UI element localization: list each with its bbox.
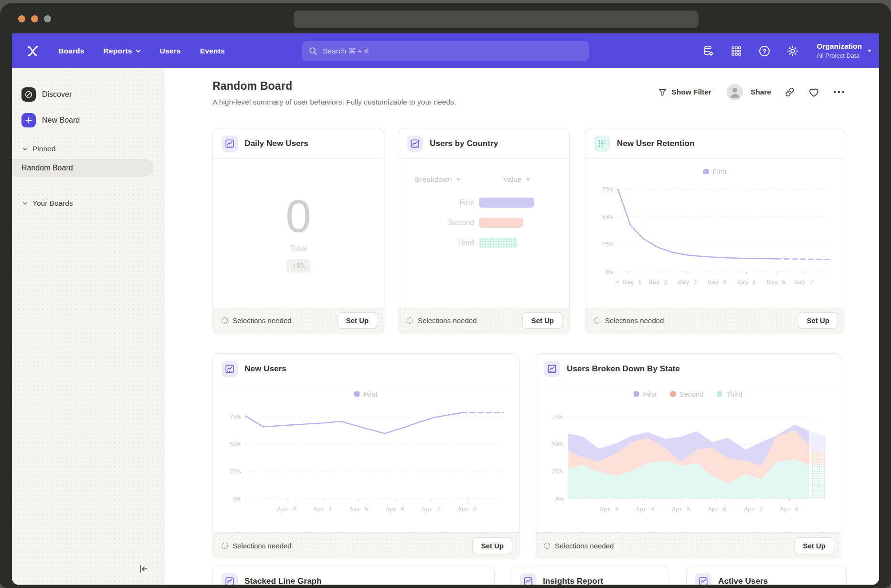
y-axis-label: 0%: [233, 495, 241, 503]
search-icon: [309, 47, 318, 55]
share-button[interactable]: Share: [751, 88, 771, 96]
chevron-down-icon: [526, 178, 530, 181]
nav-item-boards-label: Boards: [58, 47, 85, 55]
footer-status-label: Selections needed: [418, 316, 477, 325]
org-project: All Project Data: [817, 52, 862, 60]
chevron-down-icon: [868, 50, 871, 52]
legend-item: First: [634, 390, 657, 398]
card-stacked-line-graph: Stacked Line Graph: [212, 566, 495, 585]
org-switcher[interactable]: Organization All Project Data: [817, 42, 871, 60]
set-up-button[interactable]: Set Up: [794, 537, 834, 554]
set-up-button[interactable]: Set Up: [472, 537, 512, 554]
value-dropdown[interactable]: Value: [503, 175, 530, 184]
sidebar-item-label: New Board: [42, 116, 80, 125]
collapse-left-icon: [138, 564, 148, 574]
card-title: New Users: [244, 364, 286, 374]
close-button[interactable]: [18, 15, 25, 22]
x-axis-label: Apr 3: [277, 505, 296, 513]
search-placeholder: Search ⌘ + K: [323, 47, 369, 55]
org-text: Organization All Project Data: [817, 42, 862, 60]
legend-item: Third: [717, 390, 742, 398]
address-bar[interactable]: [294, 10, 699, 28]
footer-status-label: Selections needed: [605, 316, 664, 325]
x-axis-label: Apr 6: [708, 505, 727, 513]
copy-link-button[interactable]: [785, 87, 795, 97]
line-chart-icon: [695, 573, 711, 585]
avatar[interactable]: [727, 84, 743, 100]
sidebar-section-pinned[interactable]: Pinned: [12, 141, 55, 157]
sidebar-item-label: Random Board: [21, 164, 73, 172]
top-nav: Boards Reports Users Events: [12, 33, 879, 68]
chart-legend: First: [585, 168, 845, 176]
zoom-button[interactable]: [44, 15, 51, 22]
nav-item-reports[interactable]: Reports: [104, 47, 141, 55]
x-axis-label: Apr 3: [600, 505, 618, 513]
legend-label: First: [363, 390, 377, 398]
help-icon[interactable]: ?: [758, 45, 771, 57]
forecast-band: [810, 436, 826, 451]
card-footer: Selections needed Set Up: [213, 532, 519, 559]
legend-item: First: [703, 168, 726, 176]
set-up-button[interactable]: Set Up: [798, 312, 838, 329]
footer-status: Selections needed: [222, 542, 291, 550]
nav-item-events[interactable]: Events: [200, 47, 225, 55]
card-new-users: New Users First 75%50%25%0%Apr 3Apr 4Apr…: [212, 353, 520, 559]
search-input[interactable]: Search ⌘ + K: [302, 41, 589, 61]
sidebar-item-discover[interactable]: Discover: [12, 84, 72, 105]
sidebar-section-your-boards[interactable]: Your Boards: [12, 195, 73, 211]
status-circle-icon: [544, 543, 550, 549]
minimize-button[interactable]: [31, 15, 38, 22]
country-row-label: Second: [398, 219, 474, 227]
footer-status: Selections needed: [594, 316, 664, 325]
show-filter-button[interactable]: Show Filter: [658, 88, 711, 97]
chevron-down-icon: [22, 201, 28, 205]
line-chart-icon: [222, 573, 238, 585]
chevron-down-icon: [456, 178, 460, 181]
card-daily-new-users: Daily New Users 0 Total ↑0% Selections n…: [212, 128, 384, 334]
mixpanel-logo[interactable]: [26, 44, 39, 57]
y-axis-label: 0%: [555, 495, 563, 503]
favorite-button[interactable]: [808, 87, 819, 97]
legend-swatch: [703, 169, 709, 174]
set-up-button[interactable]: Set Up: [522, 312, 562, 329]
New Users-svg: 75%50%25%0%Apr 3Apr 4Apr 5Apr 6Apr 7Apr …: [220, 401, 511, 521]
breakdown-label: Breakdown: [415, 175, 452, 184]
data-management-icon[interactable]: [702, 45, 714, 57]
settings-gear-icon[interactable]: [786, 45, 799, 57]
card-title: Active Users: [718, 577, 768, 585]
legend-item: First: [354, 390, 377, 398]
kpi-value: 0: [286, 193, 311, 239]
series-dash-First: [776, 259, 829, 259]
collapse-sidebar-button[interactable]: [138, 564, 148, 574]
legend-label: First: [712, 168, 726, 176]
window-titlebar: [0, 3, 891, 33]
section-label: Pinned: [32, 145, 55, 153]
legend-label: Third: [726, 390, 742, 398]
set-up-button[interactable]: Set Up: [337, 312, 377, 329]
y-axis-label: 25%: [230, 468, 241, 475]
card-header: Insights Report: [511, 566, 668, 585]
nav-item-boards[interactable]: Boards: [58, 47, 85, 55]
more-options-button[interactable]: [833, 90, 845, 94]
nav-item-users[interactable]: Users: [160, 47, 181, 55]
card-header: Users Broken Down By State: [535, 354, 841, 384]
app-body: Discover New Board: [12, 68, 879, 585]
card-active-users: Active Users: [686, 566, 847, 585]
value-label: Value: [503, 175, 522, 184]
x-axis-label: Apr 8: [458, 505, 477, 513]
card-header: New User Retention: [585, 128, 845, 159]
card-title: Users by Country: [430, 139, 498, 148]
chevron-down-icon: [22, 147, 28, 151]
legend-swatch: [634, 391, 639, 397]
Users Broken Down By State-svg: 75%50%25%0%Apr 3Apr 4Apr 5Apr 6Apr 7Apr …: [542, 401, 833, 521]
card-header: Users by Country: [398, 128, 569, 159]
sidebar-item-random-board[interactable]: Random Board: [12, 159, 154, 177]
country-row: First: [398, 198, 569, 208]
legend-swatch: [670, 391, 676, 397]
page-title: Random Board: [212, 80, 292, 93]
status-circle-icon: [222, 543, 228, 549]
breakdown-dropdown[interactable]: Breakdown: [415, 175, 460, 184]
apps-grid-icon[interactable]: [730, 45, 742, 57]
card-footer: Selections needed Set Up: [535, 532, 841, 559]
sidebar-item-new-board[interactable]: New Board: [12, 110, 80, 130]
